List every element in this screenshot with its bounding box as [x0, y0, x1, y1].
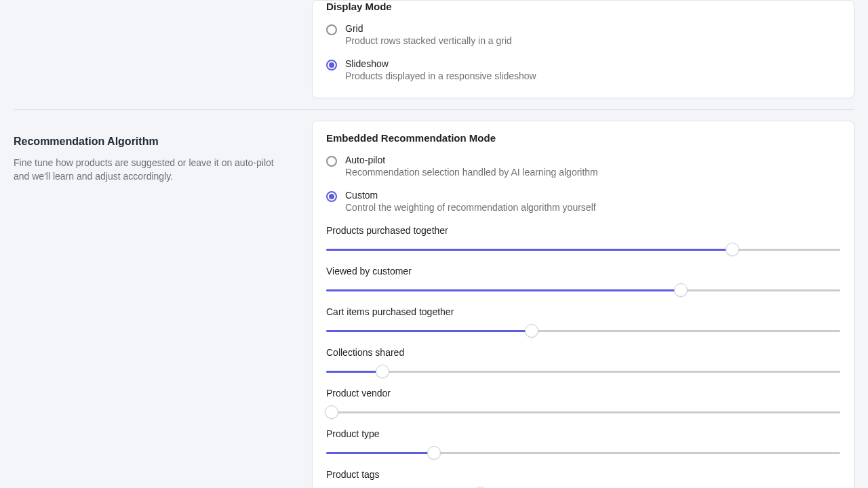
slider-block: Product tags [326, 469, 840, 488]
slider-fill [326, 452, 434, 454]
slider-label: Viewed by customer [326, 266, 840, 277]
slider-label: Product type [326, 428, 840, 439]
radio-desc: Recommendation selection handled by AI l… [345, 167, 598, 178]
radio-icon [326, 156, 337, 167]
display-mode-option-grid[interactable]: Grid Product rows stacked vertically in … [326, 23, 840, 46]
slider[interactable] [326, 324, 840, 338]
slider-thumb[interactable] [376, 365, 389, 378]
slider[interactable] [326, 405, 840, 419]
recommendation-section: Recommendation Algorithm Fine tune how p… [14, 109, 854, 488]
display-mode-card: Display Mode Grid Product rows stacked v… [312, 0, 854, 98]
slider-label: Product tags [326, 469, 840, 480]
radio-label: Auto-pilot [345, 155, 598, 165]
radio-icon [326, 191, 337, 202]
radio-icon [326, 24, 337, 35]
slider-block: Products purchased together [326, 225, 840, 256]
display-mode-option-slideshow[interactable]: Slideshow Products displayed in a respon… [326, 58, 840, 81]
slider[interactable] [326, 243, 840, 256]
slider-fill [326, 371, 382, 373]
slider-block: Product vendor [326, 388, 840, 419]
slider-thumb[interactable] [674, 283, 688, 297]
slider-track [326, 371, 840, 373]
slider-thumb[interactable] [525, 324, 538, 338]
radio-label: Slideshow [345, 58, 536, 69]
radio-desc: Product rows stacked vertically in a gri… [345, 35, 512, 46]
display-mode-section: Display Mode Grid Product rows stacked v… [14, 0, 854, 109]
slider-fill [326, 249, 732, 251]
slider[interactable] [326, 446, 840, 460]
slider[interactable] [326, 283, 840, 297]
display-mode-meta [14, 0, 298, 98]
slider-label: Cart items purchased together [326, 306, 840, 317]
rec-option-autopilot[interactable]: Auto-pilot Recommendation selection hand… [326, 155, 840, 178]
slider-block: Cart items purchased together [326, 306, 840, 338]
radio-desc: Products displayed in a responsive slide… [345, 70, 536, 81]
slider-block: Product type [326, 428, 840, 460]
display-mode-heading: Display Mode [326, 1, 840, 12]
recommendation-card: Embedded Recommendation Mode Auto-pilot … [312, 121, 854, 488]
recommendation-title: Recommendation Algorithm [14, 136, 298, 148]
slider-fill [326, 289, 681, 291]
recommendation-description: Fine tune how products are suggested or … [14, 156, 278, 184]
slider-block: Collections shared [326, 347, 840, 378]
slider-fill [326, 330, 532, 332]
recommendation-mode-heading: Embedded Recommendation Mode [326, 132, 840, 144]
radio-label: Custom [345, 190, 596, 201]
radio-label: Grid [345, 23, 512, 34]
rec-option-custom[interactable]: Custom Control the weighting of recommen… [326, 190, 840, 213]
slider-thumb[interactable] [427, 446, 441, 460]
slider[interactable] [326, 365, 840, 378]
slider-thumb[interactable] [325, 405, 338, 419]
radio-icon [326, 60, 337, 70]
slider-thumb[interactable] [726, 243, 739, 256]
slider-label: Products purchased together [326, 225, 840, 236]
recommendation-meta: Recommendation Algorithm Fine tune how p… [14, 121, 298, 488]
slider-block: Viewed by customer [326, 266, 840, 297]
slider-label: Product vendor [326, 388, 840, 399]
slider-track [326, 411, 840, 413]
sliders-container: Products purchased togetherViewed by cus… [326, 225, 840, 488]
slider-label: Collections shared [326, 347, 840, 358]
radio-desc: Control the weighting of recommendation … [345, 202, 596, 213]
